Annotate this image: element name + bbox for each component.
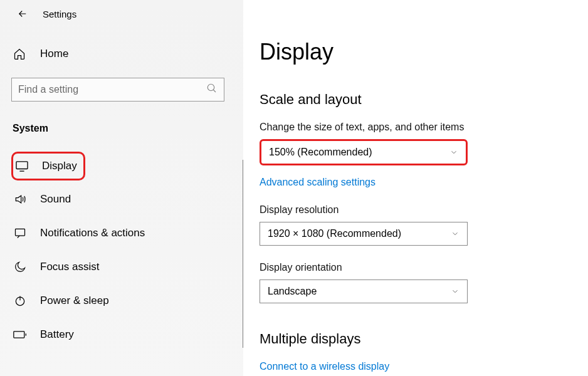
section-scale-layout: Scale and layout <box>260 91 569 108</box>
sidebar-item-label: Sound <box>40 193 71 206</box>
main-content: Display Scale and layout Change the size… <box>243 0 588 376</box>
page-title: Display <box>260 39 569 65</box>
orientation-dropdown-value: Landscape <box>268 286 317 297</box>
sidebar-item-label: Power & sleep <box>40 295 109 307</box>
svg-rect-2 <box>16 229 25 236</box>
arrow-left-icon <box>17 8 28 19</box>
resolution-dropdown[interactable]: 1920 × 1080 (Recommended) <box>260 222 468 246</box>
power-icon <box>13 295 28 307</box>
wireless-display-link[interactable]: Connect to a wireless display <box>260 361 389 372</box>
home-label: Home <box>40 48 68 60</box>
section-multiple-displays: Multiple displays <box>260 331 569 347</box>
app-title: Settings <box>43 9 76 19</box>
scale-field-label: Change the size of text, apps, and other… <box>260 122 569 133</box>
sidebar-item-sound[interactable]: Sound <box>11 184 232 214</box>
chevron-down-icon <box>451 287 459 296</box>
search-input[interactable] <box>18 84 206 95</box>
svg-point-0 <box>207 84 214 91</box>
moon-icon <box>13 261 28 273</box>
sidebar-item-battery[interactable]: Battery <box>11 320 232 350</box>
chevron-down-icon <box>449 148 458 157</box>
sidebar-item-power-sleep[interactable]: Power & sleep <box>11 286 232 316</box>
scale-dropdown[interactable]: 150% (Recommended) <box>260 139 468 165</box>
speaker-icon <box>13 193 28 206</box>
monitor-icon <box>14 160 29 172</box>
battery-icon <box>13 330 28 339</box>
orientation-dropdown[interactable]: Landscape <box>260 279 468 303</box>
svg-rect-4 <box>14 332 24 338</box>
scale-dropdown-value: 150% (Recommended) <box>269 147 372 158</box>
sidebar-home[interactable]: Home <box>11 41 232 66</box>
orientation-field-label: Display orientation <box>260 262 569 273</box>
svg-rect-1 <box>16 162 28 169</box>
home-icon <box>13 48 26 60</box>
resolution-dropdown-value: 1920 × 1080 (Recommended) <box>268 228 401 239</box>
chevron-down-icon <box>451 229 459 238</box>
search-icon <box>206 83 218 97</box>
message-icon <box>13 227 28 239</box>
sidebar-item-label: Battery <box>40 328 74 341</box>
resolution-field-label: Display resolution <box>260 204 569 216</box>
sidebar-item-label: Focus assist <box>40 261 99 273</box>
sidebar-item-notifications[interactable]: Notifications & actions <box>11 218 232 248</box>
advanced-scaling-link[interactable]: Advanced scaling settings <box>260 177 375 188</box>
search-box[interactable] <box>11 78 224 102</box>
sidebar-divider <box>243 160 243 348</box>
sidebar-item-focus-assist[interactable]: Focus assist <box>11 252 232 282</box>
sidebar-item-display[interactable]: Display <box>11 152 85 180</box>
sidebar: Settings Home System Displa <box>0 0 243 376</box>
sidebar-nav-list: Display Sound Notifications & actions <box>11 152 232 350</box>
sidebar-item-label: Display <box>42 160 77 172</box>
back-button[interactable] <box>16 8 29 20</box>
sidebar-item-label: Notifications & actions <box>40 227 145 239</box>
sidebar-section-system: System <box>11 119 232 138</box>
titlebar: Settings <box>11 8 232 20</box>
